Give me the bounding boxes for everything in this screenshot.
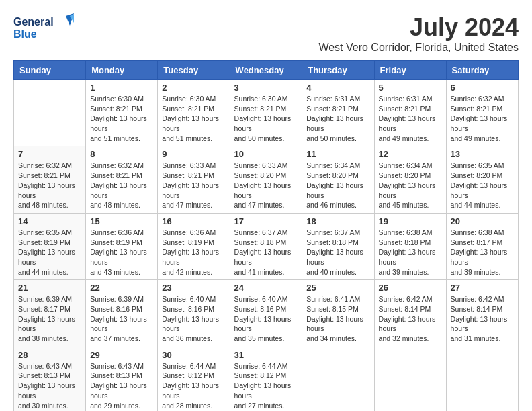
col-thursday: Thursday — [302, 61, 374, 80]
col-sunday: Sunday — [14, 61, 86, 80]
day-info: Sunrise: 6:33 AMSunset: 8:20 PMDaylight:… — [234, 161, 298, 210]
day-number: 28 — [18, 350, 81, 360]
table-row: 6Sunrise: 6:32 AMSunset: 8:21 PMDaylight… — [446, 80, 518, 146]
table-row: 28Sunrise: 6:43 AMSunset: 8:13 PMDayligh… — [14, 347, 86, 411]
day-number: 20 — [451, 216, 514, 226]
table-row — [374, 347, 446, 411]
table-row: 7Sunrise: 6:32 AMSunset: 8:21 PMDaylight… — [14, 146, 86, 213]
day-number: 27 — [451, 283, 514, 293]
day-number: 26 — [379, 283, 442, 293]
title-area: July 2024 West Vero Corridor, Florida, U… — [318, 13, 519, 54]
day-number: 11 — [306, 149, 369, 159]
table-row: 21Sunrise: 6:39 AMSunset: 8:17 PMDayligh… — [14, 280, 86, 347]
day-info: Sunrise: 6:38 AMSunset: 8:18 PMDaylight:… — [379, 228, 442, 277]
table-row: 22Sunrise: 6:39 AMSunset: 8:16 PMDayligh… — [86, 280, 158, 347]
table-row: 16Sunrise: 6:36 AMSunset: 8:19 PMDayligh… — [158, 213, 230, 279]
col-tuesday: Tuesday — [158, 61, 230, 80]
day-info: Sunrise: 6:42 AMSunset: 8:14 PMDaylight:… — [379, 294, 442, 343]
table-row: 3Sunrise: 6:30 AMSunset: 8:21 PMDaylight… — [230, 80, 302, 146]
day-number: 22 — [90, 283, 153, 293]
table-row: 13Sunrise: 6:35 AMSunset: 8:20 PMDayligh… — [446, 146, 518, 213]
day-number: 8 — [90, 149, 153, 159]
day-info: Sunrise: 6:30 AMSunset: 8:21 PMDaylight:… — [90, 94, 153, 143]
table-row: 19Sunrise: 6:38 AMSunset: 8:18 PMDayligh… — [374, 213, 446, 279]
table-row: 25Sunrise: 6:41 AMSunset: 8:15 PMDayligh… — [302, 280, 374, 347]
day-number: 17 — [234, 216, 298, 226]
calendar-week-row: 7Sunrise: 6:32 AMSunset: 8:21 PMDaylight… — [14, 146, 519, 213]
day-number: 7 — [18, 149, 81, 159]
day-info: Sunrise: 6:38 AMSunset: 8:17 PMDaylight:… — [451, 228, 514, 277]
day-number: 13 — [451, 149, 514, 159]
day-info: Sunrise: 6:39 AMSunset: 8:17 PMDaylight:… — [18, 294, 81, 343]
day-number: 4 — [306, 83, 369, 93]
day-info: Sunrise: 6:35 AMSunset: 8:19 PMDaylight:… — [18, 228, 81, 277]
table-row: 4Sunrise: 6:31 AMSunset: 8:21 PMDaylight… — [302, 80, 374, 146]
table-row: 8Sunrise: 6:32 AMSunset: 8:21 PMDaylight… — [86, 146, 158, 213]
day-info: Sunrise: 6:37 AMSunset: 8:18 PMDaylight:… — [306, 228, 369, 277]
day-info: Sunrise: 6:32 AMSunset: 8:21 PMDaylight:… — [451, 94, 514, 143]
month-year: July 2024 — [318, 13, 519, 42]
table-row: 2Sunrise: 6:30 AMSunset: 8:21 PMDaylight… — [158, 80, 230, 146]
table-row: 20Sunrise: 6:38 AMSunset: 8:17 PMDayligh… — [446, 213, 518, 279]
day-info: Sunrise: 6:42 AMSunset: 8:14 PMDaylight:… — [451, 294, 514, 343]
day-info: Sunrise: 6:32 AMSunset: 8:21 PMDaylight:… — [90, 161, 153, 210]
day-info: Sunrise: 6:44 AMSunset: 8:12 PMDaylight:… — [234, 361, 298, 410]
day-number: 3 — [234, 83, 298, 93]
logo-svg: General Blue — [13, 13, 74, 44]
day-info: Sunrise: 6:44 AMSunset: 8:12 PMDaylight:… — [162, 361, 225, 410]
header: General Blue July 2024 West Vero Corrido… — [13, 13, 519, 54]
day-info: Sunrise: 6:43 AMSunset: 8:13 PMDaylight:… — [90, 361, 153, 410]
table-row: 1Sunrise: 6:30 AMSunset: 8:21 PMDaylight… — [86, 80, 158, 146]
day-number: 10 — [234, 149, 298, 159]
table-row: 23Sunrise: 6:40 AMSunset: 8:16 PMDayligh… — [158, 280, 230, 347]
table-row: 24Sunrise: 6:40 AMSunset: 8:16 PMDayligh… — [230, 280, 302, 347]
day-info: Sunrise: 6:33 AMSunset: 8:21 PMDaylight:… — [162, 161, 225, 210]
calendar-week-row: 1Sunrise: 6:30 AMSunset: 8:21 PMDaylight… — [14, 80, 519, 146]
day-info: Sunrise: 6:36 AMSunset: 8:19 PMDaylight:… — [90, 228, 153, 277]
day-info: Sunrise: 6:31 AMSunset: 8:21 PMDaylight:… — [379, 94, 442, 143]
day-info: Sunrise: 6:31 AMSunset: 8:21 PMDaylight:… — [306, 94, 369, 143]
day-info: Sunrise: 6:39 AMSunset: 8:16 PMDaylight:… — [90, 294, 153, 343]
table-row: 18Sunrise: 6:37 AMSunset: 8:18 PMDayligh… — [302, 213, 374, 279]
day-number: 15 — [90, 216, 153, 226]
svg-text:Blue: Blue — [13, 28, 37, 40]
day-info: Sunrise: 6:43 AMSunset: 8:13 PMDaylight:… — [18, 361, 81, 410]
day-info: Sunrise: 6:37 AMSunset: 8:18 PMDaylight:… — [234, 228, 298, 277]
day-info: Sunrise: 6:34 AMSunset: 8:20 PMDaylight:… — [306, 161, 369, 210]
table-row: 26Sunrise: 6:42 AMSunset: 8:14 PMDayligh… — [374, 280, 446, 347]
day-info: Sunrise: 6:40 AMSunset: 8:16 PMDaylight:… — [234, 294, 298, 343]
table-row: 9Sunrise: 6:33 AMSunset: 8:21 PMDaylight… — [158, 146, 230, 213]
day-number: 31 — [234, 350, 298, 360]
calendar-week-row: 28Sunrise: 6:43 AMSunset: 8:13 PMDayligh… — [14, 347, 519, 411]
table-row: 31Sunrise: 6:44 AMSunset: 8:12 PMDayligh… — [230, 347, 302, 411]
table-row: 11Sunrise: 6:34 AMSunset: 8:20 PMDayligh… — [302, 146, 374, 213]
table-row — [446, 347, 518, 411]
table-row: 15Sunrise: 6:36 AMSunset: 8:19 PMDayligh… — [86, 213, 158, 279]
day-number: 9 — [162, 149, 225, 159]
table-row: 14Sunrise: 6:35 AMSunset: 8:19 PMDayligh… — [14, 213, 86, 279]
day-info: Sunrise: 6:41 AMSunset: 8:15 PMDaylight:… — [306, 294, 369, 343]
day-number: 23 — [162, 283, 225, 293]
col-friday: Friday — [374, 61, 446, 80]
calendar-table: Sunday Monday Tuesday Wednesday Thursday… — [13, 60, 519, 411]
table-row: 10Sunrise: 6:33 AMSunset: 8:20 PMDayligh… — [230, 146, 302, 213]
col-saturday: Saturday — [446, 61, 518, 80]
day-number: 30 — [162, 350, 225, 360]
calendar-header-row: Sunday Monday Tuesday Wednesday Thursday… — [14, 61, 519, 80]
location: West Vero Corridor, Florida, United Stat… — [318, 42, 519, 54]
day-number: 6 — [451, 83, 514, 93]
day-number: 29 — [90, 350, 153, 360]
table-row — [302, 347, 374, 411]
table-row — [14, 80, 86, 146]
day-info: Sunrise: 6:34 AMSunset: 8:20 PMDaylight:… — [379, 161, 442, 210]
day-number: 21 — [18, 283, 81, 293]
day-info: Sunrise: 6:36 AMSunset: 8:19 PMDaylight:… — [162, 228, 225, 277]
day-number: 16 — [162, 216, 225, 226]
calendar-week-row: 21Sunrise: 6:39 AMSunset: 8:17 PMDayligh… — [14, 280, 519, 347]
day-number: 19 — [379, 216, 442, 226]
day-info: Sunrise: 6:30 AMSunset: 8:21 PMDaylight:… — [162, 94, 225, 143]
logo: General Blue — [13, 13, 74, 44]
day-number: 24 — [234, 283, 298, 293]
table-row: 27Sunrise: 6:42 AMSunset: 8:14 PMDayligh… — [446, 280, 518, 347]
calendar-week-row: 14Sunrise: 6:35 AMSunset: 8:19 PMDayligh… — [14, 213, 519, 279]
